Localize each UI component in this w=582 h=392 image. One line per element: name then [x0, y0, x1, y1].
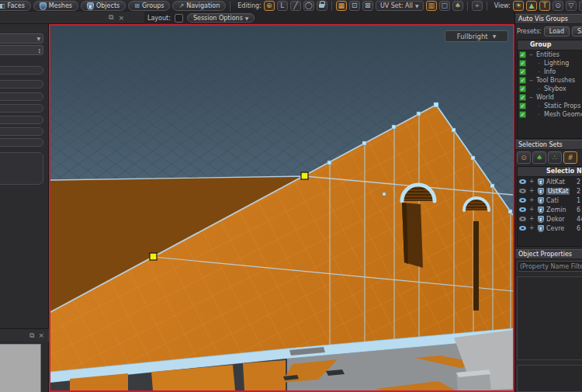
selection-set-row[interactable]: + E Cevre 6: [518, 224, 582, 233]
vis-group-row[interactable]: ✓ − Tool Brushes: [518, 76, 582, 85]
save-button[interactable]: Save: [572, 26, 582, 36]
navigation-icon: ↗: [178, 2, 184, 9]
visibility-eye-icon[interactable]: [519, 189, 526, 193]
blocks-icon: ▦: [338, 2, 345, 9]
checkbox-checked[interactable]: ✓: [519, 77, 526, 84]
session-options-button[interactable]: Session Options ▼: [187, 13, 255, 23]
selection-set-name: Zemin: [546, 206, 574, 213]
vis-group-row[interactable]: ✓ · Skybox: [518, 85, 582, 93]
terrain-view-button[interactable]: ▲: [526, 1, 537, 11]
checkbox-checked[interactable]: ✓: [519, 85, 526, 92]
move-tool-button[interactable]: L: [277, 1, 288, 11]
checkbox-checked[interactable]: ✓: [519, 111, 526, 118]
checkbox-checked[interactable]: ✓: [519, 51, 526, 58]
load-button[interactable]: Load: [544, 26, 570, 36]
foliage-remove-button[interactable]: ∴: [548, 151, 562, 164]
sidebar-slot-button[interactable]: [0, 80, 43, 88]
select-set-icon[interactable]: +: [529, 197, 535, 203]
sidebar-slot-button[interactable]: [0, 127, 43, 136]
sun-view-button[interactable]: ☀: [513, 1, 524, 11]
cube-select-button[interactable]: ⊡: [349, 1, 360, 11]
select-set-icon[interactable]: +: [529, 225, 535, 231]
checkbox-checked[interactable]: ✓: [519, 60, 526, 67]
light-view-button[interactable]: ⊙: [553, 1, 563, 11]
select-set-icon[interactable]: +: [529, 179, 535, 185]
collapse-icon[interactable]: −: [528, 52, 534, 58]
presets-label: Presets:: [517, 28, 542, 35]
select-set-icon[interactable]: +: [529, 206, 535, 213]
face-set-button[interactable]: ⊙: [517, 151, 531, 164]
faces-mode-button[interactable]: ◧ Faces: [0, 1, 31, 11]
render-mode-dropdown[interactable]: Fullbright ▼: [445, 30, 508, 42]
objects-mode-button[interactable]: E Objects: [81, 1, 126, 11]
selection-set-row[interactable]: + E AltKat 2: [518, 177, 582, 186]
uv-set-dropdown[interactable]: UV Set: All ▼: [376, 1, 424, 11]
sidebar-spinner[interactable]: ▴ ▾: [0, 45, 43, 55]
sidebar-slot-button[interactable]: [0, 138, 43, 147]
groups-mode-button[interactable]: ⊞ Groups: [128, 1, 170, 11]
selection-set-name: Cati: [546, 197, 574, 204]
blocks-select-button[interactable]: ▦: [336, 1, 347, 11]
sidebar-slot-button[interactable]: [0, 116, 43, 124]
gamepad-button[interactable]: ⌖: [472, 1, 483, 11]
collapse-icon[interactable]: −: [528, 95, 534, 101]
auto-vis-groups-tree: Group ✓ − Entities ✓ · Lighting ✓ · Info…: [517, 40, 582, 139]
sidebar-slot-button[interactable]: [0, 66, 43, 75]
material-box-icon: ▥: [428, 2, 435, 9]
spin-down-icon[interactable]: ▾: [38, 50, 40, 54]
vertex-handle-1[interactable]: [301, 172, 308, 179]
cube-select2-button[interactable]: ⊠: [362, 1, 373, 11]
float-panel-icon[interactable]: ⧉: [29, 331, 34, 340]
visibility-eye-icon[interactable]: [519, 179, 526, 184]
visibility-eye-icon[interactable]: [519, 217, 526, 221]
close-panel-icon[interactable]: ×: [38, 331, 44, 339]
vis-group-row[interactable]: ✓ − World: [518, 93, 582, 102]
viewport-3d[interactable]: Fullbright ▼: [49, 24, 514, 392]
foliage-add-button[interactable]: ♠: [532, 151, 546, 164]
foliage-button[interactable]: ♠: [452, 1, 463, 11]
visibility-eye-icon[interactable]: [519, 198, 526, 203]
sphere-tool-button[interactable]: ◯: [303, 1, 314, 11]
globe-add-button[interactable]: ⊕: [264, 1, 275, 11]
sidebar-slot-button[interactable]: [0, 104, 43, 113]
visibility-eye-icon[interactable]: [519, 226, 526, 231]
visibility-eye-icon[interactable]: [519, 207, 526, 212]
presets-row: Presets: Load Save: [517, 25, 582, 37]
selection-set-row[interactable]: + E Cati 1: [518, 196, 582, 205]
vis-group-row[interactable]: ✓ · Info: [518, 68, 582, 76]
viewport-canvas[interactable]: [50, 26, 513, 390]
bulb-icon: ⊙: [555, 2, 561, 9]
selection-set-row[interactable]: + E Dekor 44: [518, 214, 582, 224]
meshes-mode-button[interactable]: Meshes: [33, 1, 78, 11]
sidebar-dropdown[interactable]: ▼: [0, 33, 43, 43]
selection-set-count: 6: [574, 225, 582, 232]
material-box-button[interactable]: ▥: [426, 1, 437, 11]
property-filter-input[interactable]: [517, 261, 582, 272]
checkbox-checked[interactable]: ✓: [519, 94, 526, 101]
collapse-icon[interactable]: −: [528, 78, 534, 84]
close-panel-icon[interactable]: ×: [118, 14, 124, 22]
select-set-icon[interactable]: +: [529, 188, 535, 194]
float-panel-icon[interactable]: ⧉: [109, 13, 113, 22]
checkbox-checked[interactable]: ✓: [519, 102, 526, 109]
grid-set-button[interactable]: #: [563, 151, 577, 164]
draw-tool-button[interactable]: ╱: [290, 1, 301, 11]
checkbox-checked[interactable]: ✓: [519, 68, 526, 75]
vis-group-row[interactable]: ✓ · Mesh Geometry: [518, 110, 582, 119]
sidebar-slot-button[interactable]: [0, 92, 43, 101]
select-set-icon[interactable]: +: [529, 216, 535, 222]
box-display-button[interactable]: ▢: [439, 1, 450, 11]
cone-view-button[interactable]: ▽: [566, 1, 577, 11]
selection-set-row[interactable]: + E Zemin 6: [518, 205, 582, 214]
layout-checkbox[interactable]: [175, 14, 183, 23]
magnet-view-button[interactable]: ∪: [579, 1, 582, 11]
cone-icon: ▽: [568, 2, 573, 9]
lock-button[interactable]: [317, 1, 327, 11]
navigation-mode-button[interactable]: ↗ Navigation: [172, 1, 226, 11]
vertex-handle-2[interactable]: [150, 253, 157, 260]
vis-group-row[interactable]: ✓ · Lighting: [518, 59, 582, 68]
tools-view-button[interactable]: T: [539, 1, 550, 11]
vis-group-row[interactable]: ✓ · Static Props: [518, 102, 582, 110]
selection-set-row[interactable]: + E UstKat 2: [518, 186, 582, 196]
vis-group-row[interactable]: ✓ − Entities: [518, 50, 582, 59]
